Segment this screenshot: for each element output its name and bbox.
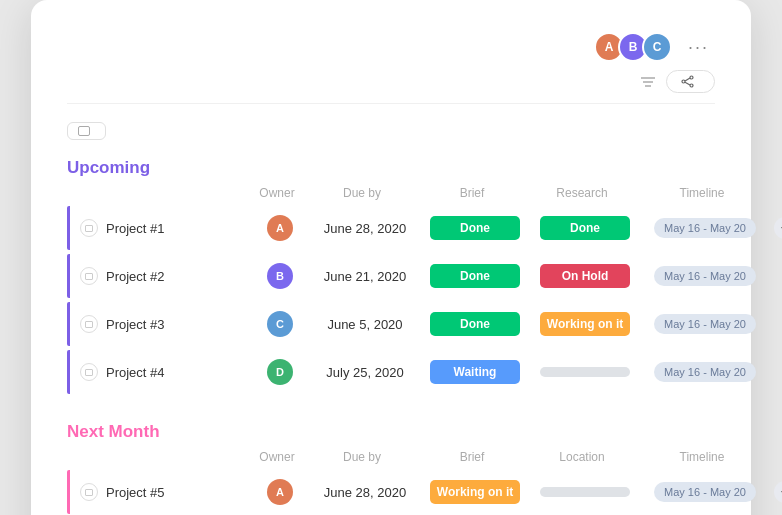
brief-badge: Waiting — [430, 360, 520, 384]
section-upcoming: UpcomingOwnerDue byBriefResearchTimeline… — [67, 158, 715, 394]
add-cell — [770, 366, 782, 378]
project-name: Project #2 — [106, 269, 165, 284]
header-row: A B C ··· — [67, 32, 715, 62]
owner-cell: B — [250, 257, 310, 295]
add-cell — [770, 270, 782, 282]
comment-icon[interactable] — [80, 315, 98, 333]
share-button[interactable] — [666, 70, 715, 93]
col-header-5: Timeline — [637, 450, 767, 464]
more-options-button[interactable]: ··· — [682, 35, 715, 60]
col-header-5: Timeline — [637, 186, 767, 200]
col2-cell[interactable]: Working on it — [530, 306, 640, 342]
table-row: Project #2BJune 21, 2020DoneOn HoldMay 1… — [67, 254, 715, 298]
owner-cell: C — [250, 305, 310, 343]
svg-point-4 — [682, 80, 685, 83]
add-column-button[interactable]: + — [774, 481, 782, 503]
timeline-badge: May 16 - May 20 — [654, 362, 756, 382]
svg-line-6 — [685, 82, 690, 85]
col2-cell[interactable] — [530, 359, 640, 386]
due-date-cell: June 21, 2020 — [310, 263, 420, 290]
table-row: Project #3CJune 5, 2020DoneWorking on it… — [67, 302, 715, 346]
add-column-button[interactable]: + — [774, 217, 782, 239]
owner-avatar: C — [267, 311, 293, 337]
owner-cell: A — [250, 473, 310, 511]
timeline-cell: May 16 - May 20 — [640, 476, 770, 508]
owner-avatar: B — [267, 263, 293, 289]
add-cell: + — [770, 475, 782, 509]
project-name: Project #1 — [106, 221, 165, 236]
col2-cell[interactable]: On Hold — [530, 258, 640, 294]
owner-avatar: A — [267, 215, 293, 241]
owner-avatar: A — [267, 479, 293, 505]
timeline-cell: May 16 - May 20 — [640, 356, 770, 388]
sections-container: UpcomingOwnerDue byBriefResearchTimeline… — [67, 158, 715, 515]
column-headers: OwnerDue byBriefResearchTimeline — [67, 186, 715, 206]
project-name: Project #4 — [106, 365, 165, 380]
brief-badge: Done — [430, 216, 520, 240]
main-card: A B C ··· UpcomingOwnerDue byBriefResear… — [31, 0, 751, 515]
brief-badge: Done — [430, 264, 520, 288]
due-date-cell: June 5, 2020 — [310, 311, 420, 338]
due-date-cell: June 28, 2020 — [310, 215, 420, 242]
comment-icon[interactable] — [80, 363, 98, 381]
col2-badge: On Hold — [540, 264, 630, 288]
avatar-3: C — [642, 32, 672, 62]
section-header: Next Month — [67, 422, 715, 442]
project-name-cell: Project #5 — [70, 477, 250, 507]
divider — [67, 103, 715, 104]
table-row: Project #4DJuly 25, 2020Waiting May 16 -… — [67, 350, 715, 394]
project-name-cell: Project #1 — [70, 213, 250, 243]
table-row: Project #5AJune 28, 2020Working on it Ma… — [67, 470, 715, 514]
timeline-badge: May 16 - May 20 — [654, 314, 756, 334]
project-name-cell: Project #3 — [70, 309, 250, 339]
table-view-tab[interactable] — [67, 122, 106, 140]
svg-point-3 — [690, 76, 693, 79]
col-header-4: Location — [527, 450, 637, 464]
col2-cell[interactable]: Done — [530, 210, 640, 246]
brief-cell[interactable]: Waiting — [420, 354, 530, 390]
col2-badge: Working on it — [540, 312, 630, 336]
filter-icon — [640, 76, 656, 88]
owner-cell: A — [250, 209, 310, 247]
comment-icon[interactable] — [80, 219, 98, 237]
brief-badge: Done — [430, 312, 520, 336]
svg-point-5 — [690, 84, 693, 87]
due-date-cell: June 28, 2020 — [310, 479, 420, 506]
owner-cell: D — [250, 353, 310, 391]
section-next-month: Next MonthOwnerDue byBriefLocationTimeli… — [67, 422, 715, 515]
col-header-0 — [67, 186, 247, 200]
timeline-cell: May 16 - May 20 — [640, 212, 770, 244]
col2-cell[interactable] — [530, 479, 640, 506]
col-header-1: Owner — [247, 450, 307, 464]
owner-avatar: D — [267, 359, 293, 385]
col-header-6 — [767, 186, 782, 200]
col-header-2: Due by — [307, 450, 417, 464]
comment-icon[interactable] — [80, 483, 98, 501]
section-title: Upcoming — [67, 158, 150, 178]
col2-badge: Done — [540, 216, 630, 240]
brief-cell[interactable]: Done — [420, 210, 530, 246]
due-date-cell: July 25, 2020 — [310, 359, 420, 386]
col-header-4: Research — [527, 186, 637, 200]
project-name-cell: Project #2 — [70, 261, 250, 291]
project-name-cell: Project #4 — [70, 357, 250, 387]
brief-badge: Working on it — [430, 480, 520, 504]
brief-cell[interactable]: Done — [420, 306, 530, 342]
timeline-badge: May 16 - May 20 — [654, 266, 756, 286]
project-name: Project #5 — [106, 485, 165, 500]
table-icon — [78, 126, 90, 136]
col2-badge-empty — [540, 367, 630, 377]
svg-line-7 — [685, 78, 690, 81]
timeline-cell: May 16 - May 20 — [640, 260, 770, 292]
timeline-badge: May 16 - May 20 — [654, 482, 756, 502]
column-headers: OwnerDue byBriefLocationTimeline — [67, 450, 715, 470]
project-name: Project #3 — [106, 317, 165, 332]
col-header-3: Brief — [417, 186, 527, 200]
brief-cell[interactable]: Done — [420, 258, 530, 294]
comment-icon[interactable] — [80, 267, 98, 285]
section-header: Upcoming — [67, 158, 715, 178]
avatar-group: A B C — [594, 32, 672, 62]
table-row: Project #1AJune 28, 2020DoneDoneMay 16 -… — [67, 206, 715, 250]
brief-cell[interactable]: Working on it — [420, 474, 530, 510]
col-header-3: Brief — [417, 450, 527, 464]
